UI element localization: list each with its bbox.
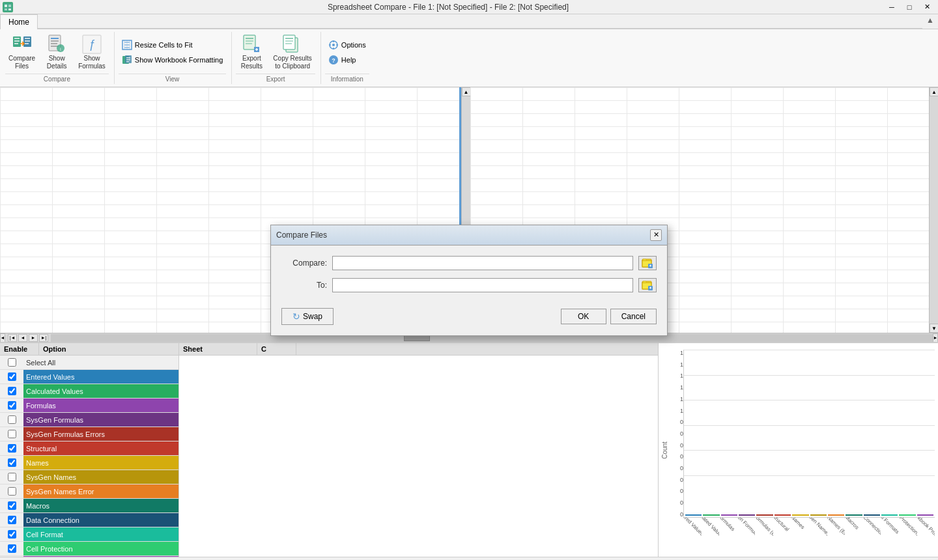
to-browse-button[interactable] <box>638 278 657 292</box>
compare-input[interactable] <box>332 256 633 270</box>
ok-button[interactable]: OK <box>561 309 606 324</box>
svg-rect-51 <box>643 281 646 283</box>
svg-rect-47 <box>643 259 646 260</box>
swap-icon: ↻ <box>292 311 300 322</box>
swap-button[interactable]: ↻ Swap <box>281 308 334 325</box>
dialog-footer: ↻ Swap OK Cancel <box>271 303 667 335</box>
cancel-button[interactable]: Cancel <box>610 309 657 324</box>
compare-row: Compare: <box>281 256 657 270</box>
dialog-titlebar: Compare Files ✕ <box>271 225 667 245</box>
to-label: To: <box>281 281 327 290</box>
compare-files-dialog: Compare Files ✕ Compare: To: <box>270 225 668 336</box>
compare-label: Compare: <box>281 259 327 268</box>
to-row: To: <box>281 278 657 292</box>
dialog-title: Compare Files <box>276 231 327 240</box>
dialog-close-button[interactable]: ✕ <box>650 229 662 241</box>
dialog-overlay: Compare Files ✕ Compare: To: <box>0 0 938 560</box>
dialog-action-buttons: OK Cancel <box>561 309 657 324</box>
to-input[interactable] <box>332 278 633 292</box>
swap-label: Swap <box>303 312 322 321</box>
compare-browse-button[interactable] <box>638 256 657 270</box>
dialog-body: Compare: To: <box>271 245 667 303</box>
